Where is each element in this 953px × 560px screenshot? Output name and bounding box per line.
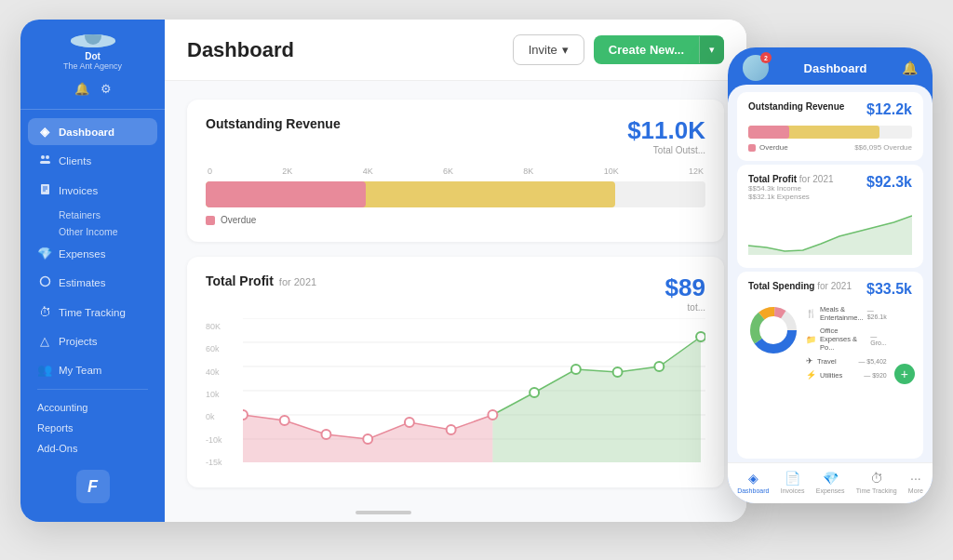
meals-icon: 🍴 xyxy=(806,309,816,318)
sidebar-item-projects-label: Projects xyxy=(59,336,98,347)
my-team-icon: 👥 xyxy=(37,363,52,377)
spending-value-meals: — $26.1k xyxy=(867,307,887,320)
phone-legend-label: Overdue xyxy=(759,143,788,152)
svg-point-21 xyxy=(321,430,330,439)
sidebar-item-estimates[interactable]: Estimates xyxy=(28,269,157,297)
phone-nav-more-label: More xyxy=(908,487,923,494)
sidebar-item-retainers[interactable]: Retainers xyxy=(28,207,157,223)
sidebar-item-clients[interactable]: Clients xyxy=(28,147,157,175)
profit-chart xyxy=(243,318,705,471)
spending-value-travel: — $5,402 xyxy=(858,358,886,365)
phone-spending-header: Total Spending for 2021 $33.5k xyxy=(748,281,912,298)
svg-point-26 xyxy=(530,388,539,397)
phone-profit-sub1: $$54.3k Income xyxy=(748,184,834,193)
phone-nav-time-tracking[interactable]: ⏱ Time Tracking xyxy=(856,471,897,494)
sidebar-item-projects[interactable]: △ Projects xyxy=(28,327,157,354)
sidebar-item-dashboard-label: Dashboard xyxy=(59,127,114,138)
bell-icon[interactable]: 🔔 xyxy=(74,82,89,96)
utilities-icon: ⚡ xyxy=(806,370,816,380)
phone-outstanding-value: $12.2k xyxy=(866,101,912,118)
dashboard-icon: ◈ xyxy=(37,125,52,139)
outstanding-revenue-card: Outstanding Revenue $11.0K Total Outst..… xyxy=(187,100,724,242)
create-chevron-button[interactable]: ▾ xyxy=(699,36,724,63)
sidebar-nav: ◈ Dashboard Clients Invoices Retainers xyxy=(20,118,165,385)
phone-title: Dashboard xyxy=(804,61,867,75)
phone-bell-icon[interactable]: 🔔 xyxy=(902,60,918,75)
notification-badge: 2 xyxy=(760,52,772,63)
add-button[interactable]: + xyxy=(894,364,915,384)
create-button[interactable]: Create New... xyxy=(594,35,699,64)
phone-outstanding-sub: $$6,095 Overdue xyxy=(854,143,912,152)
invite-button[interactable]: Invite ▾ xyxy=(513,34,584,65)
phone-profit-title: Total Profit for 2021 xyxy=(748,174,834,184)
tablet: Dot The Ant Agency 🔔 ⚙ ◈ Dashboard Clien… xyxy=(20,20,746,522)
spending-value-utilities: — $920 xyxy=(864,372,887,379)
total-profit-header: Total Profit for 2021 $89 tot... xyxy=(206,273,705,313)
create-button-group: Create New... ▾ xyxy=(594,35,724,64)
svg-rect-3 xyxy=(41,155,45,159)
sidebar-item-expenses[interactable]: 💎 Expenses xyxy=(28,240,157,267)
phone-nav-time-icon: ⏱ xyxy=(870,471,883,486)
phone-legend-dot xyxy=(748,144,756,152)
expenses-icon: 💎 xyxy=(37,247,52,260)
outstanding-revenue-title: Outstanding Revenue xyxy=(206,116,341,131)
time-tracking-icon: ⏱ xyxy=(37,305,52,319)
sidebar-item-invoices[interactable]: Invoices xyxy=(28,177,157,205)
svg-point-20 xyxy=(280,416,289,425)
phone-profit-subtitle: for 2021 xyxy=(799,174,834,184)
phone-outstanding-header: Outstanding Revenue $12.2k xyxy=(748,101,912,118)
phone-nav-invoices-icon: 📄 xyxy=(785,471,800,486)
sidebar-item-addons[interactable]: Add-Ons xyxy=(28,438,157,459)
phone-outstanding-title: Outstanding Revenue xyxy=(748,101,844,112)
phone-bar-track xyxy=(748,126,912,139)
sidebar-icons: 🔔 ⚙ xyxy=(74,82,112,96)
sidebar-item-clients-label: Clients xyxy=(59,155,91,167)
phone-profit-sub2: $$32.1k Expenses xyxy=(748,193,834,201)
tablet-home-indicator xyxy=(356,511,411,514)
profit-chart-area: 80K 60k 40k 10k 0k -10k -15k xyxy=(206,318,705,471)
sidebar-item-other-income[interactable]: Other Income xyxy=(28,223,157,240)
spending-list: 🍴 Meals & Entertainme... — $26.1k 📁 Offi… xyxy=(806,305,887,384)
phone-legend: Overdue xyxy=(748,143,788,152)
svg-point-30 xyxy=(696,332,705,341)
phone-nav-dashboard-icon: ◈ xyxy=(748,471,758,486)
header-actions: Invite ▾ Create New... ▾ xyxy=(513,34,724,65)
phone-bottom-nav: ◈ Dashboard 📄 Invoices 💎 Expenses ⏱ Time… xyxy=(728,462,933,503)
total-profit-value: $89 xyxy=(665,273,705,302)
sidebar-bottom: Accounting Reports Add-Ons F xyxy=(20,385,165,503)
spending-label-travel: Travel xyxy=(817,357,837,366)
scene: Dot The Ant Agency 🔔 ⚙ ◈ Dashboard Clien… xyxy=(20,20,933,540)
phone-nav-invoices[interactable]: 📄 Invoices xyxy=(781,471,805,494)
phone-profit-header: Total Profit for 2021 $$54.3k Income $$3… xyxy=(748,174,912,201)
phone-spending-value: $33.5k xyxy=(866,281,912,298)
sidebar-item-reports[interactable]: Reports xyxy=(28,418,157,438)
office-icon: 📁 xyxy=(806,335,816,344)
spending-item-office: 📁 Office Expenses & Po... — Gro... xyxy=(806,327,887,352)
avatar xyxy=(71,34,115,47)
gear-icon[interactable]: ⚙ xyxy=(101,82,112,96)
svg-point-10 xyxy=(40,277,49,287)
outstanding-revenue-value: $11.0K xyxy=(627,116,705,145)
spending-value-office: — Gro... xyxy=(870,333,887,346)
sidebar-item-accounting[interactable]: Accounting xyxy=(28,397,157,418)
sidebar-item-estimates-label: Estimates xyxy=(59,277,106,288)
phone-nav-dashboard[interactable]: ◈ Dashboard xyxy=(737,471,769,494)
sidebar-item-time-tracking[interactable]: ⏱ Time Tracking xyxy=(28,299,157,326)
phone-nav-expenses-icon: 💎 xyxy=(823,471,839,486)
main-header: Dashboard Invite ▾ Create New... ▾ xyxy=(165,20,746,81)
phone-nav-expenses[interactable]: 💎 Expenses xyxy=(816,471,845,494)
svg-marker-18 xyxy=(492,337,701,462)
travel-icon: ✈ xyxy=(806,356,813,366)
sidebar-item-dashboard[interactable]: ◈ Dashboard xyxy=(28,118,157,145)
revenue-bar-overdue xyxy=(206,181,366,207)
sidebar-item-my-team[interactable]: 👥 My Team xyxy=(28,356,157,383)
phone: 2 Dashboard 🔔 Outstanding Revenue $12.2k xyxy=(728,47,933,503)
phone-bar-overdue xyxy=(748,126,789,139)
svg-point-25 xyxy=(488,410,497,420)
spending-item-utilities: ⚡ Utilities — $920 xyxy=(806,370,887,380)
total-profit-subtitle: for 2021 xyxy=(279,276,316,287)
phone-body: Outstanding Revenue $12.2k Overdue $$6,0… xyxy=(728,85,933,503)
bar-axis: 0 2K 4K 6K 8K 10K 12K xyxy=(206,167,705,176)
phone-nav-more[interactable]: ··· More xyxy=(908,471,923,494)
spending-item-travel: ✈ Travel — $5,402 xyxy=(806,356,887,366)
